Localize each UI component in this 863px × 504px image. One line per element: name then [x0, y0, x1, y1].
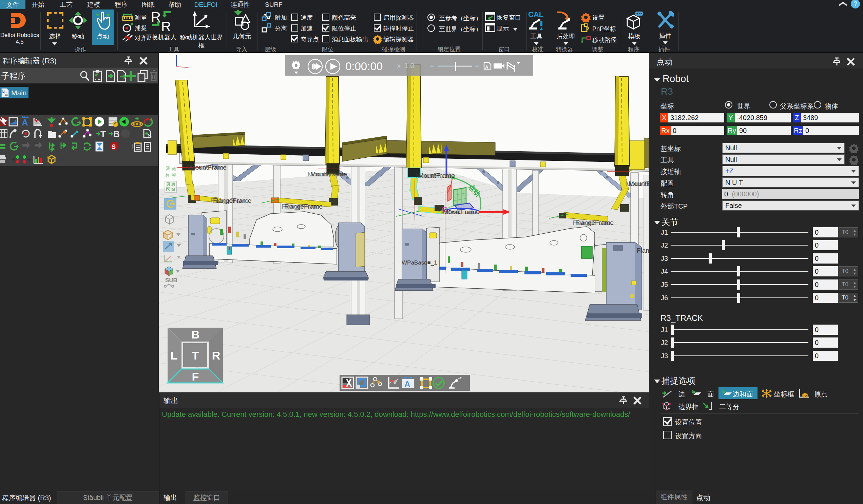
- svg-text:F: F: [192, 370, 199, 383]
- svg-text:FlangeFrame: FlangeFrame: [213, 197, 251, 204]
- svg-text:MountFrame: MountFrame: [443, 208, 480, 215]
- svg-text:0:00:00: 0:00:00: [345, 60, 383, 73]
- svg-text:T: T: [100, 129, 106, 139]
- svg-text:B: B: [191, 328, 200, 341]
- svg-text:L: L: [171, 349, 178, 362]
- svg-text:S: S: [148, 133, 152, 139]
- svg-text:CAL: CAL: [528, 11, 543, 18]
- svg-text:FlangeFra: FlangeFra: [637, 247, 649, 254]
- svg-text:S: S: [112, 143, 116, 150]
- svg-text:SUB: SUB: [165, 277, 177, 284]
- svg-text:FlangeFrame: FlangeFrame: [575, 219, 614, 226]
- svg-text:WPaBase■_1: WPaBase■_1: [402, 260, 437, 266]
- svg-text:MountFrame: MountFrame: [190, 164, 227, 171]
- svg-text:1.0: 1.0: [404, 61, 414, 70]
- svg-text:FlangeFrame: FlangeFrame: [284, 203, 323, 210]
- svg-text:R: R: [161, 19, 171, 32]
- svg-text:x: x: [397, 62, 401, 69]
- svg-text:MountFrame: MountFrame: [310, 171, 347, 178]
- svg-text:MountFrame: MountFrame: [629, 180, 649, 187]
- svg-text:A: A: [404, 379, 410, 389]
- svg-text:MountFrame: MountFrame: [418, 172, 455, 179]
- svg-text:A: A: [22, 117, 28, 127]
- svg-text:T: T: [192, 349, 199, 362]
- svg-text:A: A: [485, 64, 488, 70]
- svg-text:B: B: [113, 129, 120, 139]
- svg-text:R: R: [212, 349, 221, 362]
